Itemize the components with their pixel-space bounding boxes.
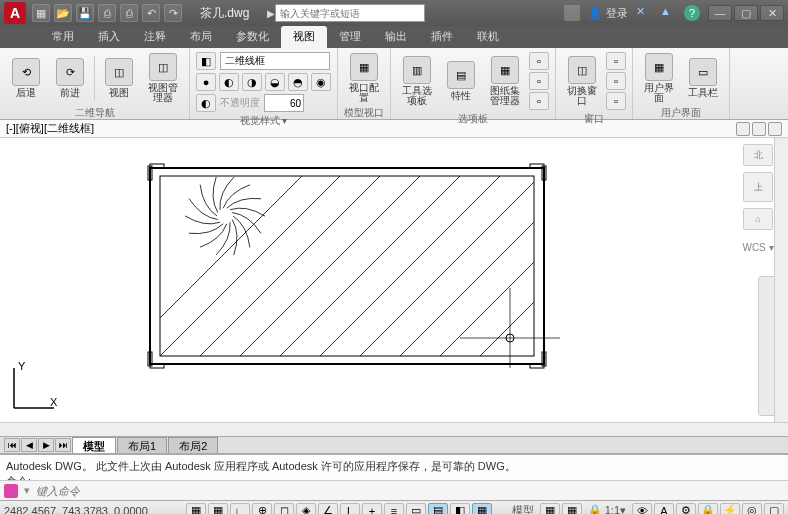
ribbon-tab-9[interactable]: 联机 [465,26,511,48]
properties-button[interactable]: ▤特性 [441,55,481,107]
tool-palettes-button[interactable]: ▥工具选项板 [397,55,437,107]
layout-last-icon[interactable]: ⏭ [55,438,71,452]
sheetset-manager-button[interactable]: ▦图纸集管理器 [485,55,525,107]
hardware-accel-icon[interactable]: ⚡ [720,503,740,515]
viewport-close-icon[interactable] [768,122,782,136]
anno-vis-icon[interactable]: 👁 [632,503,652,515]
grid-toggle[interactable]: ▦ [208,503,228,515]
polar-toggle[interactable]: ⊕ [252,503,272,515]
viewport-config-button[interactable]: ▦视口配置 [344,52,384,104]
lwt-toggle[interactable]: ≡ [384,503,404,515]
quickview-drawings-icon[interactable]: ▦ [562,503,582,515]
anno-auto-icon[interactable]: A [654,503,674,515]
tab-layout2[interactable]: 布局2 [168,437,218,453]
dyn-toggle[interactable]: + [362,503,382,515]
search-input[interactable] [275,4,425,22]
ribbon-tab-7[interactable]: 输出 [373,26,419,48]
window-extra-1-icon[interactable]: ▫ [606,52,626,70]
app-logo[interactable]: A [4,2,26,24]
palette-extra-1-icon[interactable]: ▫ [529,52,549,70]
qat-undo-icon[interactable]: ↶ [142,4,160,22]
nav-back-button[interactable]: ⟲后退 [6,52,46,104]
compass-north[interactable]: 北 [743,144,773,166]
ribbon-tab-5[interactable]: 视图 [281,26,327,48]
vs-2-icon[interactable]: ◐ [219,73,239,91]
user-interface-button[interactable]: ▦用户界面 [639,52,679,104]
opacity-input[interactable] [264,94,304,112]
qat-new-icon[interactable]: ▦ [32,4,50,22]
vs-4-icon[interactable]: ◒ [265,73,285,91]
switch-window-button[interactable]: ◫切换窗口 [562,55,602,107]
view-label[interactable]: [-][俯视][二维线框] [6,121,94,136]
ribbon-tab-3[interactable]: 布局 [178,26,224,48]
ortho-toggle[interactable]: ∟ [230,503,250,515]
nav-forward-button[interactable]: ⟳前进 [50,52,90,104]
window-extra-3-icon[interactable]: ▫ [606,92,626,110]
svg-line-16 [360,182,534,356]
osnap-toggle[interactable]: ◻ [274,503,294,515]
viewcube[interactable]: 上 [743,172,773,202]
opacity-icon[interactable]: ◐ [196,94,216,112]
info-icon[interactable] [564,5,580,21]
drawing-canvas[interactable]: YX 北 上 ⌂ WCS ▾ [0,138,788,422]
ducs-toggle[interactable]: L [340,503,360,515]
tab-layout1[interactable]: 布局1 [117,437,167,453]
viewcube-home-icon[interactable]: ⌂ [743,208,773,230]
ribbon-tab-4[interactable]: 参数化 [224,26,281,48]
ribbon-tab-0[interactable]: 常用 [40,26,86,48]
3dosnap-toggle[interactable]: ◈ [296,503,316,515]
toolbar-lock-icon[interactable]: 🔒 [698,503,718,515]
vs-1-icon[interactable]: ● [196,73,216,91]
close-button[interactable]: ✕ [760,5,784,21]
vertical-scrollbar[interactable] [774,138,788,422]
command-input[interactable] [36,485,784,497]
space-button[interactable]: 模型 [508,503,538,514]
ribbon-tab-1[interactable]: 插入 [86,26,132,48]
visual-style-dropdown[interactable] [220,52,330,70]
snap-toggle[interactable]: ▦ [186,503,206,515]
qat-print-icon[interactable]: ⎙ [120,4,138,22]
horizontal-scrollbar[interactable] [0,422,788,436]
vs-6-icon[interactable]: ◉ [311,73,331,91]
maximize-button[interactable]: ▢ [734,5,758,21]
apps-icon[interactable]: ▲ [660,5,676,21]
isolate-icon[interactable]: ◎ [742,503,762,515]
visual-style-icon[interactable]: ◧ [196,52,216,70]
login-button[interactable]: 👤 登录 [588,6,628,21]
layout-prev-icon[interactable]: ◀ [21,438,37,452]
viewport-maximize-icon[interactable] [752,122,766,136]
am-toggle[interactable]: ▦ [472,503,492,515]
tab-model[interactable]: 模型 [72,437,116,453]
ribbon-tab-2[interactable]: 注释 [132,26,178,48]
tpy-toggle[interactable]: ▭ [406,503,426,515]
coordinates-display[interactable]: 2482.4567, 743.3783, 0.0000 [4,505,184,515]
palette-extra-3-icon[interactable]: ▫ [529,92,549,110]
help-icon[interactable]: ? [684,5,700,21]
qat-open-icon[interactable]: 📂 [54,4,72,22]
ribbon-tab-6[interactable]: 管理 [327,26,373,48]
anno-scale[interactable]: 🔒 1:1▾ [584,504,630,514]
quickview-layouts-icon[interactable]: ▦ [540,503,560,515]
qp-toggle[interactable]: ▤ [428,503,448,515]
qat-redo-icon[interactable]: ↷ [164,4,182,22]
palette-extra-2-icon[interactable]: ▫ [529,72,549,90]
layout-next-icon[interactable]: ▶ [38,438,54,452]
qat-save-icon[interactable]: 💾 [76,4,94,22]
vs-3-icon[interactable]: ◑ [242,73,262,91]
minimize-button[interactable]: — [708,5,732,21]
vs-5-icon[interactable]: ◓ [288,73,308,91]
otrack-toggle[interactable]: ∠ [318,503,338,515]
wcs-dropdown[interactable]: WCS ▾ [742,242,773,253]
clean-screen-icon[interactable]: ▢ [764,503,784,515]
view-button[interactable]: ◫视图 [99,52,139,104]
window-extra-2-icon[interactable]: ▫ [606,72,626,90]
view-manager-button[interactable]: ◫视图管理器 [143,52,183,104]
sc-toggle[interactable]: ◧ [450,503,470,515]
toolbars-button[interactable]: ▭工具栏 [683,52,723,104]
viewport-minimize-icon[interactable] [736,122,750,136]
layout-first-icon[interactable]: ⏮ [4,438,20,452]
exchange-icon[interactable]: ✕ [636,5,652,21]
ribbon-tab-8[interactable]: 插件 [419,26,465,48]
qat-saveas-icon[interactable]: ⎙ [98,4,116,22]
ws-switch-icon[interactable]: ⚙ [676,503,696,515]
